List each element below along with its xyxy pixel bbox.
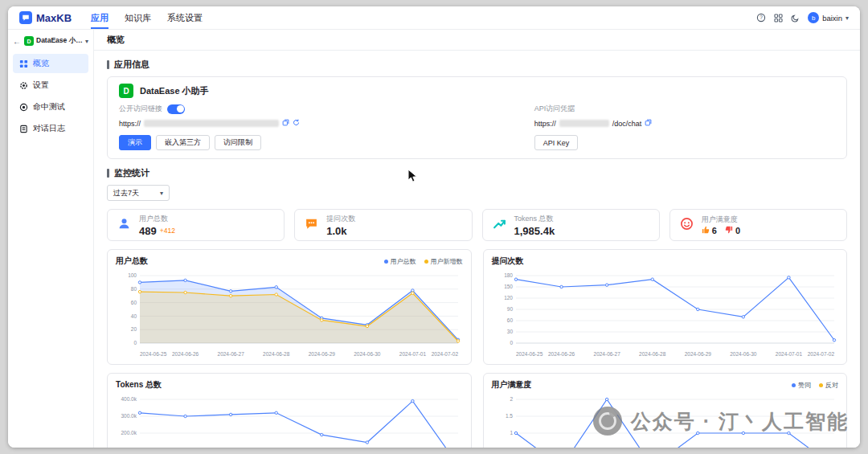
svg-text:60: 60 [131,300,137,305]
svg-text:2024-07-02: 2024-07-02 [432,351,459,357]
users-chart: 0204060801002024-06-252024-06-262024-06-… [116,269,462,361]
maxkb-logo-icon [19,11,32,24]
legend-dot-icon [384,260,388,264]
copy-icon[interactable] [282,119,289,128]
svg-text:2024-07-01: 2024-07-01 [399,351,427,357]
sidebar: ← D DataEase 小助手 ▾ 概览 设置 [8,30,94,448]
app-selector-name: DataEase 小助手 [36,36,83,46]
svg-text:400.0k: 400.0k [121,396,137,402]
public-link-toggle[interactable] [167,104,185,114]
embed-third-party-button[interactable]: 嵌入第三方 [156,135,210,150]
svg-text:20: 20 [131,326,137,332]
svg-text:2024-06-29: 2024-06-29 [309,351,336,357]
svg-text:300.0k: 300.0k [121,413,137,419]
nav-system-settings[interactable]: 系统设置 [167,6,203,29]
thumb-down-count: 0 [735,226,740,235]
svg-text:2024-06-27: 2024-06-27 [218,351,245,357]
app-icon: D [119,84,133,98]
svg-text:0: 0 [510,340,513,346]
svg-text:1: 1 [510,430,513,436]
smiley-icon [680,217,694,234]
svg-text:2: 2 [510,396,513,402]
sidebar-item-chat-log[interactable]: 对话日志 [13,119,88,138]
svg-text:80: 80 [131,286,137,292]
chart-card-users: 用户总数 用户总数用户新增数 0204060801002024-06-25202… [107,249,471,365]
theme-icon[interactable] [791,14,800,22]
charts-grid: 用户总数 用户总数用户新增数 0204060801002024-06-25202… [107,249,847,448]
section-bar [107,60,109,69]
chat-bubble-icon [305,217,318,234]
stat-card-satisfaction: 用户满意度 6 [669,209,847,241]
svg-text:40: 40 [131,313,137,319]
demo-button[interactable]: 演示 [119,135,151,150]
section-app-info: 应用信息 [107,59,847,71]
sidebar-item-hit-test[interactable]: 命中测试 [13,97,88,117]
thumb-up-count: 6 [712,226,717,235]
chart-card-tokens: Tokens 总数 0100.0k200.0k300.0k400.0k2024-… [107,373,471,448]
satisfaction-chart: 00.511.522024-06-252024-06-262024-06-272… [492,393,839,448]
stat-questions-value: 1.0k [326,225,355,237]
chart-card-questions: 提问次数 03060901201501802024-06-252024-06-2… [483,249,848,365]
chevron-down-icon: ▾ [85,38,88,45]
target-icon [19,103,28,112]
svg-text:30: 30 [506,329,513,334]
stat-card-tokens: Tokens 总数 1,985.4k [482,209,660,241]
svg-text:100.0k: 100.0k [121,447,137,448]
chart-legend: 赞同反对 [792,381,838,390]
tokens-chart: 0100.0k200.0k300.0k400.0k2024-06-252024-… [116,393,462,448]
app-selector[interactable]: ← D DataEase 小助手 ▾ [13,36,88,46]
sidebar-item-label: 设置 [33,80,49,91]
legend-item[interactable]: 赞同 [792,381,811,390]
legend-item[interactable]: 用户总数 [384,257,416,266]
user-name: baixin [822,14,842,22]
public-link-label: 公开访问链接 [119,104,162,114]
help-icon[interactable]: ? [756,13,766,22]
sidebar-item-label: 对话日志 [33,123,65,134]
legend-item[interactable]: 反对 [819,381,838,390]
stats-row: 用户总数 489+412 提问次数 1.0k [107,209,847,241]
copy-icon[interactable] [645,119,652,128]
nav-apps[interactable]: 应用 [91,6,108,29]
svg-text:2024-06-28: 2024-06-28 [263,351,290,357]
svg-text:100: 100 [128,272,137,278]
api-url-suffix: /doc/chat [612,120,642,128]
refresh-icon[interactable] [293,119,300,128]
sidebar-item-settings[interactable]: 设置 [13,76,88,95]
svg-text:2024-06-27: 2024-06-27 [593,351,620,357]
thumb-down-icon [725,226,733,235]
chart-title: 提问次数 [492,256,524,267]
chart-title: 用户总数 [116,256,148,267]
svg-text:2024-06-26: 2024-06-26 [547,351,575,357]
chart-title: 用户满意度 [492,379,532,391]
svg-text:2024-06-30: 2024-06-30 [354,351,381,357]
sidebar-item-label: 命中测试 [33,101,65,112]
api-key-button[interactable]: API Key [534,135,579,150]
maxkb-logo[interactable]: MaxKB [19,11,72,24]
app-mini-icon: D [24,36,34,46]
svg-text:200.0k: 200.0k [121,430,137,436]
user-menu[interactable]: b baixin ▾ [808,12,849,23]
chart-card-satisfaction: 用户满意度 赞同反对 00.511.522024-06-252024-06-26… [483,373,848,448]
legend-item[interactable]: 用户新增数 [424,257,463,266]
nav-knowledge-base[interactable]: 知识库 [125,6,151,29]
access-restriction-button[interactable]: 访问限制 [215,135,261,150]
chart-title: Tokens 总数 [116,379,162,391]
svg-text:2024-06-30: 2024-06-30 [730,351,757,357]
time-range-select[interactable]: 过去7天 ▾ [107,185,170,201]
content: 应用信息 D DataEase 小助手 公开访问链接 [94,51,860,448]
sidebar-item-overview[interactable]: 概览 [13,54,88,73]
chevron-down-icon: ▾ [160,190,163,197]
redacted-api-url [559,120,609,127]
page-title: 概览 [94,30,860,51]
apps-grid-icon[interactable] [774,14,783,22]
back-arrow-icon[interactable]: ← [13,37,21,46]
svg-text:2024-06-25: 2024-06-25 [140,351,167,357]
svg-text:2024-07-02: 2024-07-02 [807,351,834,357]
section-monitor: 监控统计 [107,167,847,179]
section-bar [107,169,109,178]
overview-icon [19,59,28,68]
svg-text:150: 150 [504,284,513,289]
stat-tokens-value: 1,985.4k [514,225,555,237]
main-area: 概览 应用信息 D DataEase 小助手 公开访问链接 [94,30,860,448]
svg-text:2024-06-29: 2024-06-29 [684,351,711,357]
